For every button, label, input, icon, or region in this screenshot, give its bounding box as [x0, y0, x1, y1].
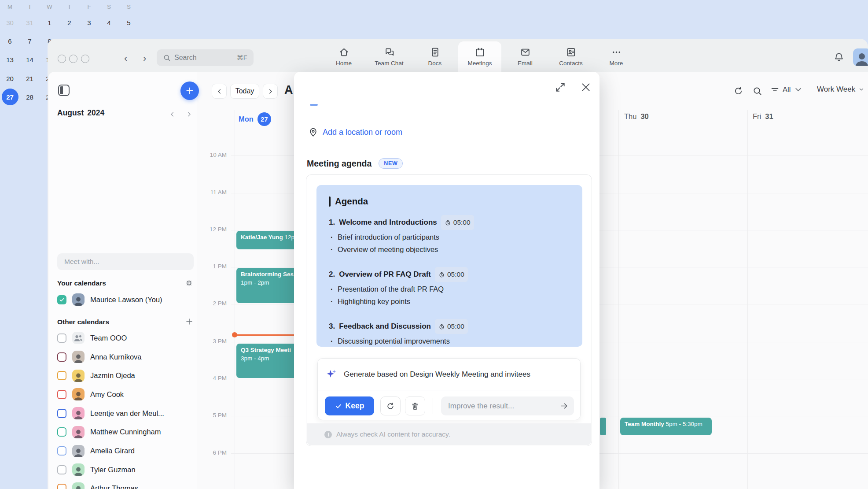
agenda-item-number: 3. [329, 320, 335, 333]
discard-button[interactable] [405, 396, 425, 415]
text-cursor [329, 196, 331, 207]
home-icon [338, 47, 349, 58]
window-minimize-button[interactable] [69, 55, 77, 63]
mini-day-28[interactable]: 28 [20, 88, 40, 106]
improve-field [441, 396, 574, 415]
tab-home[interactable]: Home [322, 41, 365, 72]
calendar-row-amy-cook[interactable]: Amy Cook [57, 385, 195, 404]
mini-day-7[interactable]: 7 [20, 32, 40, 50]
calendar-checkbox[interactable] [57, 427, 66, 437]
tab-docs[interactable]: Docs [413, 41, 456, 72]
calendar-row-team-ooo[interactable]: Team OOO [57, 329, 195, 348]
calendar-checkbox[interactable] [57, 371, 66, 380]
agenda-title-row: Agenda [329, 196, 570, 207]
gear-icon[interactable] [185, 279, 193, 287]
agenda-item-number: 1. [329, 216, 335, 229]
calendar-row-matthew-cunningham[interactable]: Matthew Cunningham [57, 423, 195, 442]
agenda-bullet: Brief introduction of participants [329, 231, 570, 243]
global-search[interactable]: Search ⌘F [157, 49, 254, 66]
tab-label: Docs [428, 60, 442, 67]
mini-day-20[interactable]: 20 [0, 69, 20, 88]
tab-team-chat[interactable]: Team Chat [368, 41, 411, 72]
submit-arrow-icon[interactable] [560, 402, 568, 410]
mini-day-13[interactable]: 13 [0, 51, 20, 69]
calendar-row-leentje-van-der-meul-[interactable]: Leentje van der Meul... [57, 404, 195, 423]
calendar-checkbox[interactable] [57, 333, 66, 343]
close-modal-icon[interactable] [580, 82, 592, 93]
event-sliver[interactable] [600, 418, 606, 435]
meet-with-input[interactable] [57, 253, 194, 270]
agenda-item-text: Overview of PR FAQ Draft [339, 268, 431, 281]
event-detail-modal: Add a location or room Meeting agenda NE… [294, 72, 600, 489]
tab-email[interactable]: Email [504, 41, 547, 72]
agenda-card: Agenda 1.Welcome and Introductions05:00B… [306, 174, 592, 446]
mini-calendar-prev-button[interactable] [169, 111, 177, 119]
day-header-mon[interactable]: Mon27 [239, 112, 271, 126]
calendar-row-anna-kurnikova[interactable]: Anna Kurnikova [57, 348, 195, 367]
duration-pill[interactable]: 05:00 [435, 319, 468, 334]
calendar-row-arthur-thomas[interactable]: Arthur Thomas [57, 479, 195, 489]
mini-day-27[interactable]: 27 [0, 88, 20, 106]
duration-pill[interactable]: 05:00 [441, 215, 474, 230]
calendar-row-tyler-guzman[interactable]: Tyler Guzman [57, 460, 195, 479]
calendar-checkbox[interactable] [57, 446, 66, 456]
improve-input[interactable] [441, 396, 574, 415]
mini-day-30[interactable]: 30 [0, 13, 20, 32]
mini-day-31[interactable]: 31 [20, 13, 40, 32]
mini-day-5[interactable]: 5 [119, 13, 139, 32]
mini-day-6[interactable]: 6 [0, 32, 20, 50]
calendar-checkbox[interactable] [57, 465, 66, 474]
duration-pill[interactable]: 05:00 [435, 267, 468, 282]
next-week-button[interactable] [263, 84, 278, 99]
keep-button[interactable]: Keep [325, 396, 374, 415]
calendar-row-maurice-lawson-you-[interactable]: Maurice Lawson (You) [57, 290, 195, 309]
mini-day-4[interactable]: 4 [99, 13, 119, 32]
prev-week-button[interactable] [212, 84, 227, 99]
calendar-checkbox[interactable] [57, 390, 66, 399]
search-events-icon[interactable] [752, 86, 762, 96]
create-event-button[interactable] [180, 82, 199, 100]
mini-day-21[interactable]: 21 [20, 69, 40, 88]
user-avatar[interactable] [853, 48, 868, 66]
sidebar-collapse-icon[interactable] [58, 85, 70, 96]
tab-more[interactable]: More [595, 41, 638, 72]
window-zoom-button[interactable] [81, 55, 89, 63]
time-label: 12 PM [196, 226, 227, 233]
calendar-checkbox[interactable] [57, 352, 66, 362]
calendar-checkbox[interactable] [57, 295, 66, 304]
chevron-right-icon [267, 88, 274, 95]
tab-meetings[interactable]: Meetings [458, 41, 501, 72]
filter-control[interactable]: All [770, 85, 803, 94]
window-close-button[interactable] [58, 55, 66, 63]
mini-day-2[interactable]: 2 [59, 13, 79, 32]
avatar [72, 407, 85, 419]
add-calendar-icon[interactable] [185, 318, 193, 326]
regenerate-button[interactable] [380, 396, 401, 415]
notifications-bell-icon[interactable] [833, 52, 845, 63]
history-forward-button[interactable]: › [143, 53, 146, 64]
view-switcher[interactable]: Work Week [817, 85, 864, 94]
calendar-row-amelia-girard[interactable]: Amelia Girard [57, 441, 195, 460]
meetings-calendar-icon [474, 47, 485, 58]
add-location-link[interactable]: Add a location or room [323, 128, 402, 137]
agenda-item-title: 3.Feedback and Discussion05:00 [329, 319, 570, 334]
calendar-checkbox[interactable] [57, 409, 66, 418]
mini-day-14[interactable]: 14 [20, 51, 40, 69]
agenda-editor[interactable]: Agenda 1.Welcome and Introductions05:00B… [316, 185, 582, 347]
expand-modal-icon[interactable] [555, 82, 566, 93]
day-header-fri[interactable]: Fri31 [753, 112, 773, 121]
tab-label: Email [518, 60, 533, 67]
mini-calendar-next-button[interactable] [186, 111, 194, 119]
mini-day-3[interactable]: 3 [79, 13, 99, 32]
agenda-title: Agenda [335, 196, 368, 207]
history-back-button[interactable]: ‹ [124, 53, 127, 64]
today-button[interactable]: Today [230, 84, 259, 99]
event-team-monthly[interactable]: Team Monthly 5pm - 5:30pm [620, 418, 712, 435]
day-header-thu[interactable]: Thu30 [624, 112, 649, 121]
calendar-row-jazm-n-ojeda[interactable]: Jazmín Ojeda [57, 366, 195, 385]
tab-contacts[interactable]: Contacts [549, 41, 592, 72]
mini-day-1[interactable]: 1 [40, 13, 59, 32]
refresh-icon[interactable] [733, 86, 743, 96]
add-location-row[interactable]: Add a location or room [308, 127, 402, 137]
calendar-checkbox[interactable] [57, 484, 66, 489]
